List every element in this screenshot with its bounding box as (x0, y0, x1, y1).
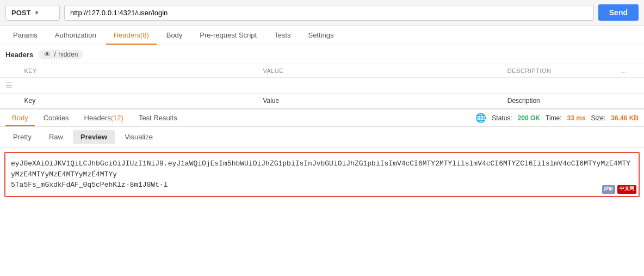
key-placeholder[interactable]: Key (18, 94, 257, 108)
format-tab-preview[interactable]: Preview (73, 130, 115, 144)
response-body: eyJ0eXAiOiJKV1QiLCJhbGciOiJIUzI1NiJ9.eyJ… (4, 152, 640, 197)
response-section: Body Cookies Headers(12) Test Results 🌐 … (0, 108, 644, 197)
response-tab-cookies[interactable]: Cookies (37, 109, 76, 126)
status-label: Status: (492, 114, 512, 122)
url-input[interactable] (64, 5, 594, 21)
format-tab-visualize[interactable]: Visualize (117, 130, 160, 144)
hidden-badge[interactable]: 👁 7 hidden (39, 50, 83, 59)
format-tabs: Pretty Raw Preview Visualize (0, 127, 644, 148)
tab-authorization[interactable]: Authorization (47, 26, 104, 45)
format-tab-pretty[interactable]: Pretty (5, 130, 39, 144)
placeholder-actions (616, 94, 644, 108)
request-tab-nav: Params Authorization Headers(8) Body Pre… (0, 26, 644, 45)
hidden-count: 7 hidden (53, 51, 78, 58)
globe-icon: 🌐 (475, 113, 486, 123)
status-value: 200 OK (518, 114, 540, 122)
response-tab-headers[interactable]: Headers(12) (78, 109, 130, 126)
send-button[interactable]: Send (598, 4, 639, 21)
headers-badge: (8) (140, 31, 149, 39)
th-description: DESCRIPTION (502, 64, 616, 78)
th-actions: ... (616, 64, 644, 78)
table-placeholder-row: Key Value Description (0, 94, 644, 108)
time-value: 33 ms (567, 114, 586, 122)
value-cell[interactable] (257, 78, 501, 94)
th-key: KEY (18, 64, 257, 78)
tab-settings[interactable]: Settings (300, 26, 341, 45)
eye-icon: 👁 (44, 51, 51, 58)
method-select[interactable]: POST ▼ (5, 5, 60, 21)
drag-handle-icon: ☰ (5, 81, 13, 90)
status-bar: 🌐 Status: 200 OK Time: 33 ms Size: 36.46… (475, 113, 639, 123)
headers-table: KEY VALUE DESCRIPTION ... ☰ Key Value De… (0, 64, 644, 108)
key-cell[interactable] (18, 78, 257, 94)
value-placeholder[interactable]: Value (257, 94, 501, 108)
th-checkbox (0, 64, 18, 78)
desc-placeholder[interactable]: Description (502, 94, 616, 108)
tab-tests[interactable]: Tests (267, 26, 298, 45)
tab-params[interactable]: Params (5, 26, 45, 45)
response-tab-nav: Body Cookies Headers(12) Test Results 🌐 … (0, 109, 644, 127)
key-input[interactable] (24, 82, 252, 89)
php-logo: php (602, 185, 615, 194)
tab-body[interactable]: Body (159, 26, 190, 45)
placeholder-drag (0, 94, 18, 108)
response-tab-body[interactable]: Body (5, 109, 35, 126)
actions-cell (616, 78, 644, 94)
tab-headers[interactable]: Headers(8) (106, 26, 157, 45)
tab-prerequest[interactable]: Pre-request Script (192, 26, 264, 45)
headers-label: Headers (5, 51, 33, 59)
drag-handle-cell: ☰ (0, 78, 18, 94)
url-bar: POST ▼ Send (0, 0, 644, 26)
response-line2: 5Ta5Fs_mGxdkFdAF_0q5cPehKlz-8m1J8Wt-l (11, 181, 168, 189)
response-tab-test-results[interactable]: Test Results (132, 109, 184, 126)
response-headers-badge: (12) (111, 114, 123, 122)
table-header-row: KEY VALUE DESCRIPTION ... (0, 64, 644, 78)
size-value: 36.46 KB (611, 114, 639, 122)
method-chevron-icon: ▼ (34, 10, 39, 16)
time-label: Time: (546, 114, 562, 122)
response-line1: eyJ0eXAiOiJKV1QiLCJhbGciOiJIUzI1NiJ9.eyJ… (11, 160, 630, 179)
table-row: ☰ (0, 78, 644, 94)
cn-badge: 中文网 (617, 185, 636, 194)
size-label: Size: (591, 114, 606, 122)
format-tab-raw[interactable]: Raw (41, 130, 71, 144)
headers-section: Headers 👁 7 hidden (0, 45, 644, 64)
method-label: POST (11, 9, 30, 17)
php-badge: php 中文网 (602, 185, 636, 194)
desc-cell[interactable] (502, 78, 616, 94)
th-value: VALUE (257, 64, 501, 78)
